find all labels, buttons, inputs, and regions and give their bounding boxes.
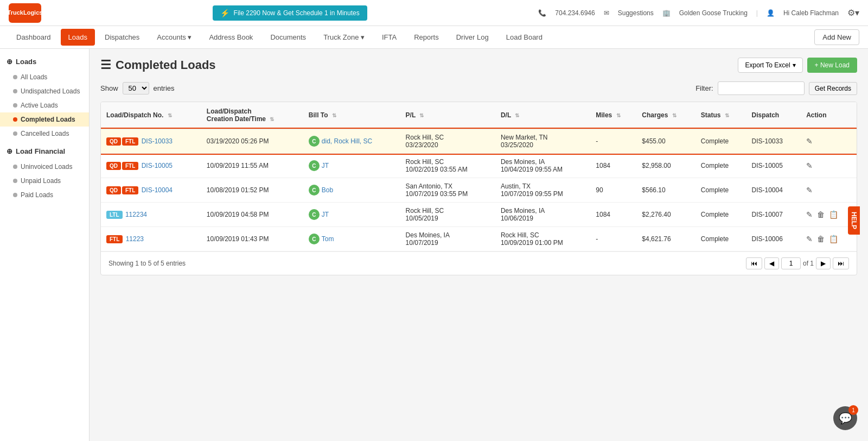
top-center-area: ⚡ File 2290 Now & Get Schedule 1 in Minu…	[41, 5, 538, 21]
cell-pl: Rock Hill, SC03/23/2020	[400, 129, 495, 154]
copy-icon[interactable]: 📋	[829, 210, 838, 219]
cell-dl: Des Moines, IA10/04/2019 09:55 AM	[495, 154, 590, 178]
nav-driver-log[interactable]: Driver Log	[449, 29, 496, 46]
nav-dashboard[interactable]: Dashboard	[9, 29, 59, 46]
nav-documents[interactable]: Documents	[263, 29, 314, 46]
first-page-button[interactable]: ⏮	[746, 257, 762, 269]
new-load-button[interactable]: + New Load	[807, 58, 857, 73]
show-entries-control: Show 50 25 10 entries	[100, 82, 175, 94]
prev-page-button[interactable]: ◀	[764, 257, 779, 269]
bill-to-circle: C	[309, 185, 320, 196]
nav-dispatches[interactable]: Dispatches	[97, 29, 147, 46]
sidebar-item-all-loads[interactable]: All Loads	[0, 70, 89, 84]
table-row: QDFTL DIS-1003303/19/2020 05:26 PMCdid, …	[101, 129, 857, 154]
sidebar-item-uninvoiced[interactable]: Uninvoiced Loads	[0, 160, 89, 174]
edit-icon[interactable]: ✎	[806, 137, 813, 146]
bill-to-link[interactable]: JT	[322, 162, 329, 169]
cell-load-no: FTL 11223	[101, 227, 201, 251]
nav-ifta[interactable]: IFTA	[374, 29, 404, 46]
edit-icon[interactable]: ✎	[806, 186, 813, 194]
load-no-link[interactable]: DIS-10004	[142, 186, 173, 194]
export-excel-button[interactable]: Export To Excel ▾	[738, 58, 802, 73]
dot-icon	[13, 75, 17, 79]
sidebar-item-active[interactable]: Active Loads	[0, 98, 89, 112]
cell-date: 03/19/2020 05:26 PM	[201, 129, 303, 154]
copy-icon[interactable]: 📋	[829, 235, 838, 243]
nav-reports[interactable]: Reports	[406, 29, 446, 46]
badge-ftl: FTL	[122, 162, 138, 170]
sidebar-loads-section: ⊕ Loads All Loads Undispatched Loads Act…	[0, 53, 89, 141]
main-layout: ⊕ Loads All Loads Undispatched Loads Act…	[0, 49, 868, 441]
delete-icon[interactable]: 🗑	[817, 210, 825, 219]
edit-icon[interactable]: ✎	[806, 210, 813, 219]
badge-qd: QD	[106, 186, 121, 194]
sidebar-item-cancelled[interactable]: Cancelled Loads	[0, 127, 89, 141]
edit-icon[interactable]: ✎	[806, 161, 813, 170]
sidebar-item-completed[interactable]: Completed Loads	[0, 112, 89, 127]
delete-icon[interactable]: 🗑	[817, 235, 825, 243]
cell-date: 10/09/2019 04:58 PM	[201, 203, 303, 227]
edit-icon[interactable]: ✎	[806, 235, 813, 243]
cell-pl: Des Moines, IA10/07/2019	[400, 227, 495, 251]
col-charges: Charges ⇅	[636, 102, 695, 129]
sidebar-item-undispatched[interactable]: Undispatched Loads	[0, 84, 89, 98]
entries-select[interactable]: 50 25 10	[123, 82, 149, 94]
settings-button[interactable]: ⚙▾	[847, 8, 859, 18]
dot-icon	[13, 165, 17, 169]
col-load-no: Load/Dispatch No. ⇅	[101, 102, 201, 129]
filter-input[interactable]	[718, 81, 805, 95]
sidebar-item-paid[interactable]: Paid Loads	[0, 188, 89, 202]
bill-to-link[interactable]: JT	[322, 211, 329, 218]
lightning-icon: ⚡	[220, 9, 229, 17]
suggestions-icon: ✉	[604, 9, 609, 17]
nav-loads[interactable]: Loads	[61, 29, 95, 46]
dot-icon	[13, 117, 17, 122]
last-page-button[interactable]: ⏭	[833, 257, 849, 269]
load-no-link[interactable]: DIS-10033	[142, 137, 173, 145]
load-no-link[interactable]: DIS-10005	[142, 162, 173, 169]
col-dispatch: Dispatch	[746, 102, 801, 129]
pagination-bar: Showing 1 to 5 of 5 entries ⏮ ◀ of 1 ▶ ⏭	[101, 251, 857, 275]
nav-accounts[interactable]: Accounts ▾	[149, 29, 199, 46]
nav-truck-zone[interactable]: Truck Zone ▾	[316, 29, 372, 46]
file-2290-button[interactable]: ⚡ File 2290 Now & Get Schedule 1 in Minu…	[213, 5, 367, 21]
cell-status: Complete	[695, 227, 746, 251]
sidebar-item-unpaid[interactable]: Unpaid Loads	[0, 174, 89, 188]
page-number-input[interactable]	[781, 257, 801, 269]
add-new-button[interactable]: Add New	[814, 29, 859, 45]
nav-load-board[interactable]: Load Board	[499, 29, 550, 46]
sidebar-financial-section: ⊕ Load Financial Uninvoiced Loads Unpaid…	[0, 143, 89, 202]
chat-badge-count: 1	[848, 405, 858, 415]
sidebar: ⊕ Loads All Loads Undispatched Loads Act…	[0, 49, 90, 441]
bill-to-link[interactable]: did, Rock Hill, SC	[322, 137, 372, 145]
bill-to-link[interactable]: Bob	[322, 186, 333, 194]
next-page-button[interactable]: ▶	[816, 257, 831, 269]
controls-bar: Show 50 25 10 entries Filter: Get Record…	[100, 81, 857, 95]
badge-qd: QD	[106, 162, 121, 170]
cell-load-no: QDFTL DIS-10033	[101, 129, 201, 154]
bill-to-circle: C	[309, 209, 320, 220]
load-no-link[interactable]: 112234	[125, 211, 147, 218]
col-bill-to: Bill To ⇅	[303, 102, 400, 129]
cell-miles: 1084	[590, 203, 636, 227]
dot-icon	[13, 89, 17, 93]
bill-to-link[interactable]: Tom	[322, 235, 334, 243]
filter-area: Filter: Get Records	[695, 81, 857, 95]
get-records-button[interactable]: Get Records	[809, 82, 857, 95]
badge-ftl: FTL	[122, 186, 138, 194]
nav-address-book[interactable]: Address Book	[201, 29, 260, 46]
cell-charges: $455.00	[636, 129, 695, 154]
user-icon: 👤	[767, 9, 775, 17]
page-actions: Export To Excel ▾ + New Load	[738, 58, 857, 73]
cell-dispatch: DIS-10005	[746, 154, 801, 178]
load-no-link[interactable]: 11223	[126, 235, 144, 243]
badge-ftl: FTL	[106, 235, 123, 243]
help-tab[interactable]: HELP	[848, 206, 860, 235]
loads-table-container: Load/Dispatch No. ⇅ Load/DispatchCreatio…	[100, 102, 857, 275]
chat-bubble[interactable]: 💬 1	[833, 406, 857, 430]
cell-dl: New Market, TN03/25/2020	[495, 129, 590, 154]
bill-to-circle: C	[309, 136, 320, 147]
suggestions-link[interactable]: Suggestions	[618, 9, 654, 17]
table-header-row: Load/Dispatch No. ⇅ Load/DispatchCreatio…	[101, 102, 857, 129]
col-pl: P/L ⇅	[400, 102, 495, 129]
